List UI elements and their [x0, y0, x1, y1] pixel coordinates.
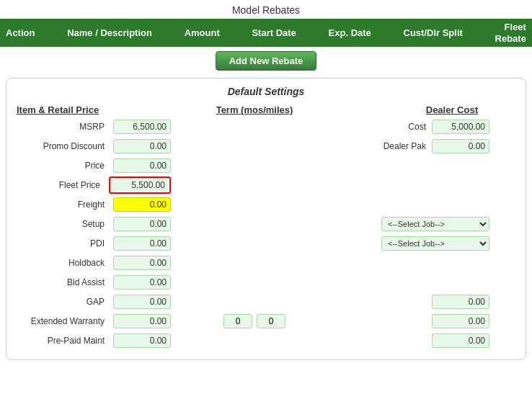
freight-input[interactable] [113, 197, 171, 212]
rebate-table-header: Action Name / Description Amount Start D… [0, 19, 532, 47]
pre-paid-maint-col1-input[interactable] [113, 333, 171, 348]
fleet-price-label: Fleet Price [59, 180, 106, 190]
section-title: Default Settings [17, 86, 515, 97]
price-input[interactable] [113, 158, 171, 173]
col-header-item-retail: Item & Retail Price [17, 104, 175, 115]
price-row: Price [17, 157, 515, 174]
cost-label: Cost [408, 122, 432, 132]
extended-warranty-col1-input[interactable] [113, 314, 171, 328]
setup-input[interactable] [113, 217, 171, 231]
column-headers: Item & Retail Price Term (mos/miles) Dea… [17, 104, 515, 115]
header-cust-dlr: Cust/Dlr Split [404, 27, 463, 38]
promo-discount-input[interactable] [113, 139, 171, 153]
header-start-date: Start Date [252, 27, 296, 38]
holdback-label: Holdback [68, 258, 110, 268]
pre-paid-maint-row: Pre-Paid Maint [17, 332, 515, 349]
gap-col3-input[interactable] [432, 295, 489, 309]
header-fleet-rebate: Fleet Rebate [495, 22, 526, 44]
gap-col1-input[interactable] [113, 295, 171, 309]
page-title: Model Rebates [0, 0, 532, 19]
extended-warranty-row: Extended Warranty [17, 313, 515, 330]
dealer-pak-label: Dealer Pak [384, 141, 432, 151]
gap-row: GAP [17, 293, 515, 310]
header-name-desc: Name / Description [67, 27, 152, 38]
extended-warranty-label: Extended Warranty [31, 316, 110, 326]
msrp-input[interactable] [113, 120, 171, 134]
msrp-label: MSRP [79, 122, 110, 132]
fleet-price-input[interactable] [111, 179, 169, 192]
bid-assist-input[interactable] [113, 275, 171, 290]
bid-assist-label: Bid Assist [67, 277, 110, 287]
setup-label: Setup [82, 219, 110, 229]
add-new-rebate-button[interactable]: Add New Rebate [216, 51, 317, 71]
default-settings-box: Default Settings Item & Retail Price Ter… [6, 78, 526, 360]
bid-assist-row: Bid Assist [17, 274, 515, 291]
header-amount: Amount [185, 27, 220, 38]
pre-paid-maint-label: Pre-Paid Maint [48, 336, 110, 346]
holdback-row: Holdback [17, 254, 515, 272]
gap-label: GAP [87, 297, 110, 307]
extended-warranty-term2-input[interactable] [257, 314, 285, 328]
cost-input[interactable] [432, 120, 489, 134]
extended-warranty-term1-input[interactable] [223, 314, 252, 328]
freight-label: Freight [78, 200, 110, 210]
fleet-price-row: Fleet Price [17, 176, 515, 194]
pdi-select-job[interactable]: <--Select Job--> [381, 236, 489, 251]
header-exp-date: Exp. Date [329, 27, 371, 38]
promo-discount-row: Promo Discount Dealer Pak [17, 138, 515, 155]
col-header-dealer-cost: Dealer Cost [334, 104, 492, 115]
setup-select-job[interactable]: <--Select Job--> [381, 217, 489, 231]
extended-warranty-term-cell [175, 314, 334, 328]
fleet-price-wrapper [109, 176, 171, 194]
pdi-input[interactable] [113, 236, 171, 251]
col-header-term: Term (mos/miles) [175, 104, 334, 115]
holdback-input[interactable] [113, 256, 171, 270]
msrp-row: MSRP Cost [17, 118, 515, 135]
promo-discount-label: Promo Discount [43, 141, 110, 151]
setup-row: Setup <--Select Job--> [17, 215, 515, 233]
freight-row: Freight [17, 196, 515, 213]
price-label: Price [85, 161, 110, 171]
dealer-pak-input[interactable] [432, 139, 489, 153]
form-rows: MSRP Cost Promo Discount Dealer Pak [17, 118, 515, 349]
pdi-label: PDI [90, 238, 110, 249]
add-rebate-bar: Add New Rebate [0, 47, 532, 75]
extended-warranty-col3-input[interactable] [432, 314, 489, 328]
pdi-row: PDI <--Select Job--> [17, 235, 515, 252]
pre-paid-maint-col3-input[interactable] [432, 333, 489, 348]
header-action: Action [6, 27, 35, 38]
